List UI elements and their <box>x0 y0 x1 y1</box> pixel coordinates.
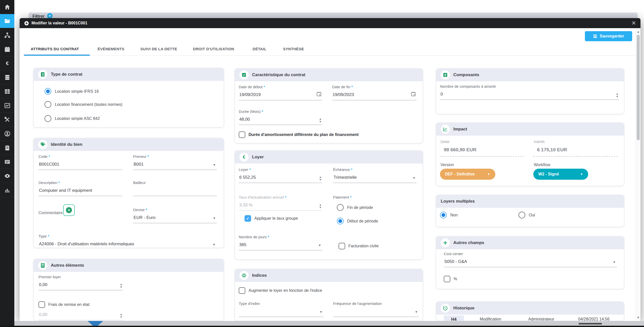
radio-location-simple-ifrs16[interactable]: Location simple IFRS 16 <box>45 88 99 95</box>
sidebar-item-clipboard[interactable] <box>0 141 14 155</box>
type-index-select[interactable]: ▼ <box>239 309 324 317</box>
cost-center-select[interactable]: S050 - G&A▼ <box>444 259 617 267</box>
radio-selected[interactable] <box>45 88 51 95</box>
type-select[interactable]: A24006 - Droit d'utilisation matériels i… <box>38 242 217 248</box>
radio-selected[interactable] <box>440 212 447 218</box>
sidebar-item-contracts[interactable] <box>0 14 14 28</box>
duree-field: Durée (Mois) * 48,00 ▲▼ <box>239 109 322 125</box>
loyer-input[interactable]: 6 552,25 ▲▼ <box>239 175 322 183</box>
calendar-icon[interactable] <box>411 91 416 98</box>
radio-fin-de-periode[interactable]: Fin de période <box>337 204 373 211</box>
radio-oui[interactable]: Oui <box>518 212 535 218</box>
radio[interactable] <box>45 115 51 122</box>
checkbox-checked[interactable]: ✓ <box>245 215 251 222</box>
horizontal-scrollbar-thumb[interactable] <box>579 323 602 324</box>
tab-attributs-du-contrat[interactable]: ATTRIBUTS DU CONTRAT <box>31 47 79 51</box>
chevron-down-icon[interactable]: ▼ <box>613 260 616 264</box>
horizontal-scrollbar[interactable] <box>14 321 644 326</box>
sidebar-item-card[interactable] <box>0 155 14 169</box>
sidebar-item-user[interactable] <box>0 127 14 141</box>
filter-add-icon[interactable]: + <box>47 13 53 19</box>
sidebar-item-view[interactable] <box>0 169 14 183</box>
sidebar-item-home[interactable] <box>0 0 14 14</box>
plus-square-icon <box>441 70 450 79</box>
number-stepper[interactable]: ▲▼ <box>319 118 322 123</box>
chevron-down-icon[interactable]: ▼ <box>413 176 416 180</box>
vertical-scrollbar[interactable]: ▲ ▼ <box>635 28 640 321</box>
radio[interactable] <box>45 101 51 108</box>
augmenter-loyer-checkbox-row[interactable]: Augmenter le loyer en fonction de l'indi… <box>239 287 322 294</box>
chevron-down-icon[interactable]: ▼ <box>415 310 418 314</box>
scroll-down-icon[interactable]: ▼ <box>636 316 641 319</box>
premier-loyer-input[interactable]: 0,00 ▲▼ <box>38 282 123 290</box>
checkbox[interactable] <box>239 287 245 294</box>
radio[interactable] <box>518 212 525 218</box>
duree-input[interactable]: 48,00 ▲▼ <box>239 117 322 125</box>
vertical-scrollbar-thumb[interactable] <box>637 35 640 140</box>
echeance-select[interactable]: Trimestrielle▼ <box>333 175 417 183</box>
card-header: Identité du bien <box>34 138 224 151</box>
version-dropdown[interactable]: DEF - Definitive ▼ <box>440 169 495 180</box>
tab-evenements[interactable]: ÉVÉNEMENTS <box>98 47 124 51</box>
checkbox[interactable] <box>239 131 245 138</box>
chevron-down-icon[interactable]: ▼ <box>319 310 323 314</box>
devise-select[interactable]: EUR - Euro▼ <box>133 215 217 223</box>
sidebar-item-structure[interactable] <box>0 28 14 42</box>
chevron-down-icon[interactable]: ▼ <box>213 216 216 220</box>
tab-suivi-de-la-dette[interactable]: SUIVI DE LA DETTE <box>140 47 177 51</box>
chevron-down-icon[interactable]: ▼ <box>213 243 216 246</box>
preneur-label: Preneur * <box>133 154 217 159</box>
checkbox[interactable] <box>444 276 450 282</box>
bailleur-label: Bailleur <box>133 180 217 185</box>
number-stepper[interactable]: ▲▼ <box>120 283 123 289</box>
sidebar-item-tools[interactable] <box>0 113 14 127</box>
preneur-select[interactable]: B001▼ <box>133 162 217 170</box>
card-historique: Historique H4 Modification Administrateu… <box>436 302 624 321</box>
number-stepper[interactable]: ▲▼ <box>616 92 619 98</box>
number-stepper[interactable]: ▲▼ <box>319 176 322 181</box>
sidebar-item-database[interactable] <box>0 70 14 84</box>
sidebar-item-currency[interactable]: € <box>0 56 14 70</box>
add-comment-button[interactable]: + <box>63 204 75 216</box>
tab-synthese[interactable]: SYNTHÈSE <box>283 47 304 51</box>
percent-checkbox-row[interactable]: % <box>444 276 457 282</box>
sidebar-item-calendar[interactable] <box>0 42 14 56</box>
chevron-down-icon: ▼ <box>580 172 583 176</box>
scroll-up-icon[interactable]: ▲ <box>636 30 641 33</box>
frais-remise-checkbox-row[interactable]: Frais de remise en état <box>38 301 90 308</box>
radio-debut-de-periode[interactable]: Début de période <box>337 218 378 224</box>
sidebar-item-reports[interactable] <box>0 183 14 197</box>
radio-location-financement[interactable]: Location financement (toutes normes) <box>45 101 123 108</box>
calendar-icon[interactable] <box>316 91 322 98</box>
workflow-dropdown[interactable]: W2 - Signé ▼ <box>533 169 588 180</box>
plus-circle-icon <box>24 21 29 26</box>
radio[interactable] <box>337 204 344 211</box>
nombre-composants-input[interactable]: 0 ▲▼ <box>440 92 619 100</box>
frequence-select[interactable]: ▼ <box>333 309 419 317</box>
tab-detail[interactable]: DÉTAIL <box>253 47 266 51</box>
close-icon[interactable]: ✕ <box>631 20 636 26</box>
modal-header: Modifier la valeur - B001C001 ✕ <box>20 18 640 28</box>
amortissement-checkbox-row[interactable]: Durée d'amortissement différente du plan… <box>239 131 359 138</box>
sidebar-item-table[interactable] <box>0 84 14 99</box>
chevron-down-icon[interactable]: ▼ <box>213 163 216 167</box>
bailleur-input[interactable] <box>133 188 217 196</box>
nombre-jours-select[interactable]: 365▼ <box>239 242 322 250</box>
facturation-civile-checkbox-row[interactable]: Facturation civile <box>339 243 379 249</box>
chevron-down-icon[interactable]: ▼ <box>318 244 321 247</box>
sidebar-item-analytics[interactable] <box>0 99 14 113</box>
tab-droit-d-utilisation[interactable]: DROIT D'UTILISATION <box>193 47 234 51</box>
radio-selected[interactable] <box>337 218 344 224</box>
date-fin-input[interactable]: 19/09/2023 <box>332 92 417 100</box>
card-identite-du-bien: Identité du bien Code * B001C001 Preneur… <box>33 138 224 248</box>
date-debut-input[interactable]: 19/09/2019 <box>239 92 322 100</box>
plus-icon: + <box>66 207 72 213</box>
checkbox[interactable] <box>38 301 45 308</box>
checkbox[interactable] <box>339 243 345 249</box>
radio-non[interactable]: Non <box>440 212 458 218</box>
description-input[interactable]: Computer and IT equipment <box>38 188 122 196</box>
radio-location-simple-asc842[interactable]: Location simple ASC 842 <box>45 115 100 122</box>
taux-groupe-checkbox-row[interactable]: ✓ Appliquer le taux groupe <box>245 215 298 222</box>
code-input[interactable]: B001C001 <box>38 162 122 170</box>
save-button[interactable]: Sauvegarder <box>585 31 632 41</box>
